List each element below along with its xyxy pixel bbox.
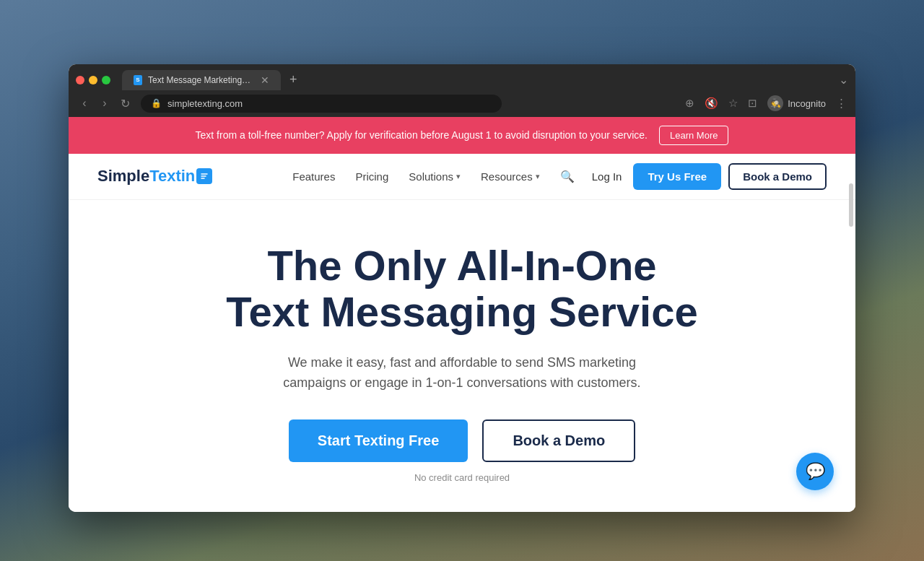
nav-links: Features Pricing Solutions Resources 🔍 <box>292 170 577 183</box>
scrollbar[interactable] <box>849 183 853 227</box>
book-demo-nav-button[interactable]: Book a Demo <box>728 163 827 190</box>
nav-pricing[interactable]: Pricing <box>355 170 388 183</box>
nav-solutions[interactable]: Solutions <box>409 170 461 183</box>
page-content: Text from a toll-free number? Apply for … <box>69 117 855 512</box>
hero-title-line2: Text Messaging Service <box>226 288 697 335</box>
logo[interactable]: SimpleTextin <box>97 167 212 186</box>
alert-banner: Text from a toll-free number? Apply for … <box>69 117 855 154</box>
hero-buttons: Start Texting Free Book a Demo <box>289 419 635 462</box>
url-bar[interactable]: 🔒 simpletexting.com <box>141 95 502 113</box>
browser-window: S Text Message Marketing Platf... ✕ + ⌄ … <box>69 64 855 512</box>
toolbar-actions: ⊕ 🔇 ☆ ⊡ 🕵 Incognito ⋮ <box>685 95 847 111</box>
back-button[interactable]: ‹ <box>77 97 92 110</box>
browser-tab[interactable]: S Text Message Marketing Platf... ✕ <box>122 70 281 90</box>
book-demo-hero-button[interactable]: Book a Demo <box>482 419 635 462</box>
mute-icon[interactable]: 🔇 <box>705 97 718 110</box>
secure-icon: 🔒 <box>151 98 162 108</box>
bookmark-icon[interactable]: ☆ <box>728 97 738 110</box>
forward-button[interactable]: › <box>97 97 112 110</box>
incognito-icon: 🕵 <box>767 95 783 111</box>
tab-close-button[interactable]: ✕ <box>261 74 269 86</box>
close-window-button[interactable] <box>76 76 84 84</box>
alert-text: Text from a toll-free number? Apply for … <box>196 129 648 141</box>
nav-features[interactable]: Features <box>292 170 335 183</box>
incognito-label: Incognito <box>788 98 826 109</box>
chat-icon: 💬 <box>806 462 825 481</box>
nav-buttons: ‹ › ↻ <box>77 97 132 110</box>
traffic-lights <box>76 76 110 84</box>
logo-simple-text: Simple <box>97 167 149 186</box>
new-tab-button[interactable]: + <box>287 72 300 87</box>
incognito-badge: 🕵 Incognito <box>767 95 826 111</box>
no-credit-card-text: No credit card required <box>414 472 510 483</box>
address-bar: ‹ › ↻ 🔒 simpletexting.com ⊕ 🔇 ☆ ⊡ 🕵 Inco… <box>69 90 855 117</box>
hero-subtitle: We make it easy, fast and affordable to … <box>274 352 650 394</box>
logo-texting-text: Textin <box>149 167 195 186</box>
tab-title: Text Message Marketing Platf... <box>148 75 252 85</box>
start-texting-free-button[interactable]: Start Texting Free <box>289 419 468 462</box>
learn-more-button[interactable]: Learn More <box>659 126 728 145</box>
try-us-free-button[interactable]: Try Us Free <box>633 163 721 190</box>
tab-favicon: S <box>134 75 142 85</box>
chat-bubble-button[interactable]: 💬 <box>796 453 834 490</box>
minimize-window-button[interactable] <box>89 76 97 84</box>
maximize-window-button[interactable] <box>102 76 110 84</box>
logo-icon <box>196 168 212 184</box>
chrome-menu-button[interactable]: ⋮ <box>836 97 847 110</box>
zoom-icon[interactable]: ⊕ <box>685 97 694 110</box>
search-icon[interactable]: 🔍 <box>560 170 575 183</box>
nav-resources[interactable]: Resources <box>481 170 540 183</box>
hero-title: The Only All-In-One Text Messaging Servi… <box>226 243 697 335</box>
refresh-button[interactable]: ↻ <box>118 97 132 110</box>
tab-bar: S Text Message Marketing Platf... ✕ + ⌄ <box>69 64 855 90</box>
browser-chrome: S Text Message Marketing Platf... ✕ + ⌄ … <box>69 64 855 117</box>
tab-bar-menu[interactable]: ⌄ <box>839 73 848 87</box>
browser-menu-icon[interactable]: ⊡ <box>748 97 757 110</box>
nav-login[interactable]: Log In <box>592 170 622 183</box>
hero-title-line1: The Only All-In-One <box>267 242 656 289</box>
hero-section: The Only All-In-One Text Messaging Servi… <box>69 200 855 512</box>
url-text: simpletexting.com <box>167 98 243 109</box>
navbar: SimpleTextin Features Pricing Solutions … <box>69 154 855 200</box>
